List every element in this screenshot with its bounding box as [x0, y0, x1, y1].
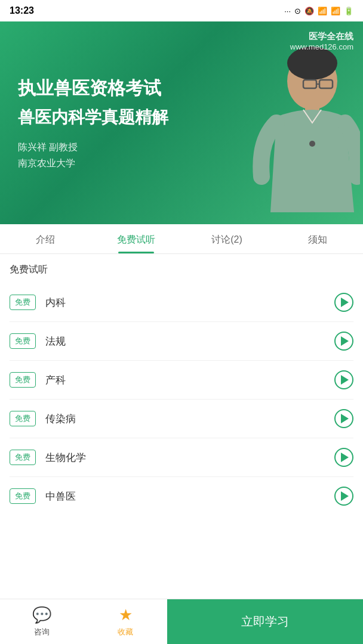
play-triangle-icon — [341, 414, 349, 423]
content-area: 免费试听 免费 内科 免费 法规 免费 产科 免费 — [0, 254, 363, 569]
free-badge: 免费 — [10, 295, 36, 310]
signal-bars-icon: 📶 — [318, 7, 327, 16]
status-icons: ··· ⊙ 🔕 📶 📶 🔋 — [284, 7, 353, 16]
play-icon[interactable] — [334, 332, 353, 351]
play-icon[interactable] — [334, 370, 353, 389]
battery-icon: 🔋 — [344, 7, 353, 16]
course-name: 传染病 — [45, 412, 334, 426]
favorite-button[interactable]: ★ 收藏 — [84, 599, 167, 644]
free-badge: 免费 — [10, 411, 36, 426]
hero-title-sub: 兽医内科学真题精解 — [18, 106, 345, 129]
free-badge: 免费 — [10, 488, 36, 504]
course-item[interactable]: 免费 生物化学 — [10, 438, 353, 477]
course-name: 产科 — [45, 373, 334, 387]
watermark-title: 医学全在线 — [290, 31, 353, 42]
study-now-label: 立即学习 — [241, 614, 289, 630]
play-triangle-icon — [341, 298, 349, 307]
course-item[interactable]: 免费 法规 — [10, 322, 353, 361]
wifi-icon: 📶 — [331, 7, 340, 16]
course-name: 内科 — [45, 296, 334, 309]
play-icon[interactable] — [334, 409, 353, 428]
bottom-bar: 💬 咨询 ★ 收藏 立即学习 — [0, 599, 363, 644]
play-triangle-icon — [341, 453, 349, 462]
study-now-button[interactable]: 立即学习 — [167, 599, 363, 644]
tabs-bar: 介绍 免费试听 讨论(2) 须知 — [0, 224, 363, 254]
tab-notice[interactable]: 须知 — [272, 224, 363, 253]
star-icon: ★ — [119, 606, 133, 624]
consult-label: 咨询 — [34, 627, 50, 637]
headphone-icon: ⊙ — [294, 7, 301, 16]
course-name: 法规 — [45, 335, 334, 348]
course-item[interactable]: 免费 传染病 — [10, 400, 353, 438]
hero-banner: 医学全在线 www.med126.com 执业兽医资格考试 兽医内科学真题精解 … — [0, 21, 363, 224]
signal-dots-icon: ··· — [284, 7, 291, 16]
free-badge: 免费 — [10, 372, 36, 388]
course-name: 中兽医 — [45, 490, 334, 503]
status-bar: 13:23 ··· ⊙ 🔕 📶 📶 🔋 — [0, 0, 363, 21]
play-triangle-icon — [341, 375, 349, 385]
play-triangle-icon — [341, 491, 349, 501]
chat-icon: 💬 — [32, 606, 51, 624]
course-item[interactable]: 免费 中兽医 — [10, 477, 353, 515]
status-time: 13:23 — [10, 5, 34, 16]
play-icon[interactable] — [334, 487, 353, 506]
hero-title-main: 执业兽医资格考试 — [18, 76, 345, 101]
tab-intro[interactable]: 介绍 — [0, 224, 91, 253]
hero-teacher: 陈兴祥 副教授 — [18, 141, 345, 154]
course-item[interactable]: 免费 产科 — [10, 361, 353, 400]
section-title: 免费试听 — [10, 254, 353, 283]
hero-watermark: 医学全在线 www.med126.com — [290, 31, 353, 51]
free-badge: 免费 — [10, 333, 36, 349]
hero-content: 执业兽医资格考试 兽医内科学真题精解 陈兴祥 副教授 南京农业大学 — [0, 58, 363, 187]
mute-icon: 🔕 — [304, 7, 314, 16]
tab-free-trial[interactable]: 免费试听 — [91, 224, 182, 253]
play-triangle-icon — [341, 336, 349, 346]
play-icon[interactable] — [334, 448, 353, 467]
hero-school: 南京农业大学 — [18, 157, 345, 170]
tab-discussion[interactable]: 讨论(2) — [182, 224, 272, 253]
favorite-label: 收藏 — [118, 627, 133, 637]
course-list: 免费 内科 免费 法规 免费 产科 免费 传染病 — [10, 283, 353, 515]
play-icon[interactable] — [334, 293, 353, 312]
consult-button[interactable]: 💬 咨询 — [0, 599, 84, 644]
free-badge: 免费 — [10, 450, 36, 465]
course-name: 生物化学 — [45, 451, 334, 465]
watermark-url: www.med126.com — [290, 42, 353, 51]
course-item[interactable]: 免费 内科 — [10, 283, 353, 322]
